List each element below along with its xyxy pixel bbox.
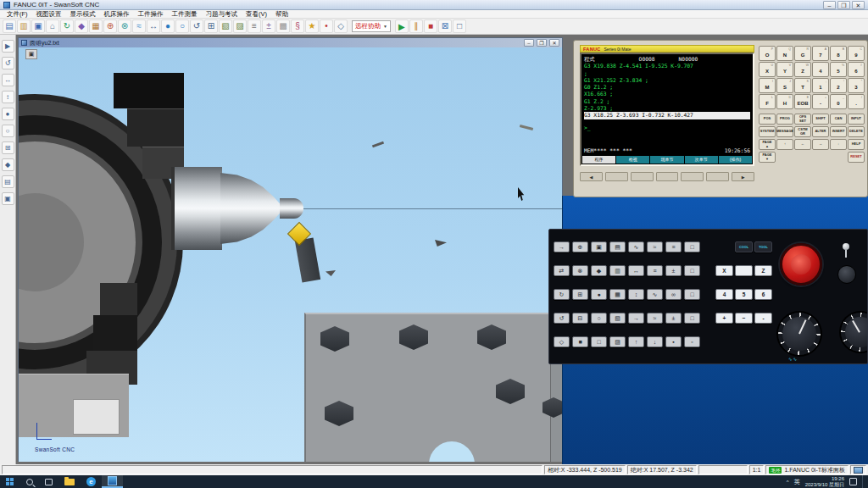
operator-key[interactable]: ▥	[609, 265, 626, 276]
mdi-function-key[interactable]: DELETE	[848, 126, 865, 137]
operator-key[interactable]: COOL	[735, 241, 753, 252]
mdi-cursor-key[interactable]: ↑	[776, 139, 793, 150]
edge-button[interactable]: e	[81, 475, 102, 488]
softkey-button[interactable]	[681, 172, 704, 181]
close-button[interactable]: ✕	[852, 1, 865, 9]
mdi-function-key[interactable]: SYSTEM	[759, 126, 776, 137]
view-tool-button[interactable]: ⊞	[2, 141, 14, 154]
mdi-function-key[interactable]: SHIFT	[812, 114, 829, 125]
toolbar-button[interactable]: •	[320, 19, 333, 33]
maximize-button[interactable]: ❐	[837, 1, 850, 9]
child-close-button[interactable]: ✕	[549, 39, 559, 47]
operator-key[interactable]: ↻	[554, 289, 570, 300]
view-tool-button[interactable]: ◆	[2, 158, 14, 171]
toolbar-button[interactable]: ●	[161, 19, 175, 33]
operator-key[interactable]: ↓	[647, 336, 663, 347]
operator-key[interactable]: ▪	[665, 336, 682, 347]
mdi-key[interactable]: # 6	[848, 62, 865, 77]
operator-key[interactable]: ↺	[554, 313, 570, 324]
operator-key[interactable]: □	[591, 336, 607, 347]
toolbar-button[interactable]: ⊕	[103, 19, 117, 33]
operator-key[interactable]: 5	[735, 289, 753, 300]
mdi-key[interactable]: A 7	[812, 46, 829, 61]
operator-key[interactable]: ▫	[684, 336, 700, 347]
operator-key[interactable]: □	[684, 241, 700, 252]
mdi-key[interactable]: I M	[759, 78, 776, 93]
menu-item[interactable]: 习题与考试	[202, 10, 242, 19]
view-tool-button[interactable]: ○	[2, 125, 14, 137]
mdi-cursor-key[interactable]: →	[812, 139, 829, 150]
mdi-cursor-key[interactable]: HELP	[848, 139, 865, 150]
operator-key[interactable]: ⇄	[554, 265, 570, 276]
view-tool-button[interactable]: ▣	[2, 192, 14, 205]
operator-key[interactable]: 6	[754, 289, 772, 300]
operator-key[interactable]: □	[684, 265, 700, 276]
toolbar-button[interactable]: ▤	[3, 19, 16, 33]
operator-key[interactable]: ▨	[609, 336, 626, 347]
mdi-function-key[interactable]: POS	[759, 114, 776, 125]
mdi-key[interactable]: W Z	[794, 62, 811, 77]
child-minimize-button[interactable]: –	[524, 39, 534, 47]
operator-key[interactable]: Z	[754, 265, 772, 276]
menu-item[interactable]: 帮助	[271, 10, 292, 19]
remote-assist-dropdown[interactable]: 远程协助 ▼	[352, 20, 391, 32]
toolbar-button[interactable]: §	[291, 19, 304, 33]
toolbar-button[interactable]: ∥	[409, 19, 423, 33]
spindle-override-knob[interactable]	[841, 313, 868, 352]
mdi-function-key[interactable]: INPUT	[848, 114, 865, 125]
minimize-button[interactable]: –	[823, 1, 836, 9]
menu-item[interactable]: 工件操作	[134, 10, 168, 19]
operator-key[interactable]: ●	[591, 289, 607, 300]
softkey-button[interactable]	[605, 172, 628, 181]
mdi-key[interactable]: _ 0	[830, 94, 847, 109]
clock[interactable]: 19:26 2023/9/10 星期日	[805, 476, 844, 488]
toolbar-button[interactable]: ⊞	[204, 19, 218, 33]
operator-key[interactable]: ○	[591, 313, 607, 324]
operator-key[interactable]: ~	[735, 313, 753, 324]
operator-key[interactable]: TOOL	[754, 241, 772, 252]
menu-item[interactable]: 机床操作	[100, 10, 134, 19]
operator-key[interactable]: ∿	[628, 241, 644, 252]
toolbar-button[interactable]: ▧	[219, 19, 232, 33]
operator-key[interactable]: →	[628, 313, 644, 324]
toolbar-button[interactable]: ⌂	[46, 19, 59, 33]
mdi-key[interactable]: % 5	[830, 62, 847, 77]
softkey-button[interactable]	[706, 172, 729, 181]
menu-item[interactable]: 显示模式	[66, 10, 100, 19]
mdi-function-key[interactable]: PROG	[776, 114, 793, 125]
show-desktop-button[interactable]	[862, 475, 865, 488]
operator-key[interactable]: ±	[665, 313, 682, 324]
view-tool-button[interactable]: ↕	[2, 91, 14, 103]
view-tool-button[interactable]: ▤	[2, 175, 14, 188]
mdi-cursor-key[interactable]: ↓	[830, 139, 847, 150]
view-tool-button[interactable]: ↔	[2, 74, 14, 86]
toolbar-button[interactable]: ⊗	[118, 19, 131, 33]
viewport-corner-button[interactable]: ▣	[25, 49, 37, 59]
operator-key[interactable]: ≡	[647, 265, 663, 276]
softkey-button[interactable]: ▶	[732, 172, 754, 181]
softkey-button[interactable]: ◀	[580, 172, 603, 181]
menu-item[interactable]: 文件(F)	[3, 10, 32, 19]
operator-key[interactable]: ⊟	[572, 313, 588, 324]
toolbar-button[interactable]: ≡	[248, 19, 261, 33]
operator-key[interactable]: ◇	[554, 336, 570, 347]
toolbar-button[interactable]: ▦	[89, 19, 103, 33]
operator-key[interactable]: →	[554, 241, 570, 252]
toolbar-button[interactable]: ▩	[276, 19, 290, 33]
toolbar-button[interactable]: ◇	[334, 19, 348, 33]
mdi-key[interactable]: B 8	[830, 46, 847, 61]
start-button[interactable]	[0, 475, 20, 488]
mdi-key[interactable]: L F	[759, 94, 776, 109]
mdi-key[interactable]: / .	[848, 94, 865, 109]
file-explorer-button[interactable]	[58, 475, 81, 488]
mdi-cursor-key[interactable]: PAGE ▲	[759, 139, 776, 150]
mdi-page-key[interactable]: RESET	[848, 152, 865, 163]
emergency-stop-button[interactable]	[780, 243, 822, 286]
language-indicator[interactable]: 英	[794, 478, 800, 486]
softkey-button[interactable]	[656, 172, 679, 181]
mdi-key[interactable]: ' 4	[812, 62, 829, 77]
operator-key[interactable]: ∞	[665, 289, 682, 300]
mdi-key[interactable]: K T	[794, 78, 811, 93]
operator-key[interactable]: ▣	[591, 241, 607, 252]
operator-key[interactable]: -	[754, 313, 772, 324]
